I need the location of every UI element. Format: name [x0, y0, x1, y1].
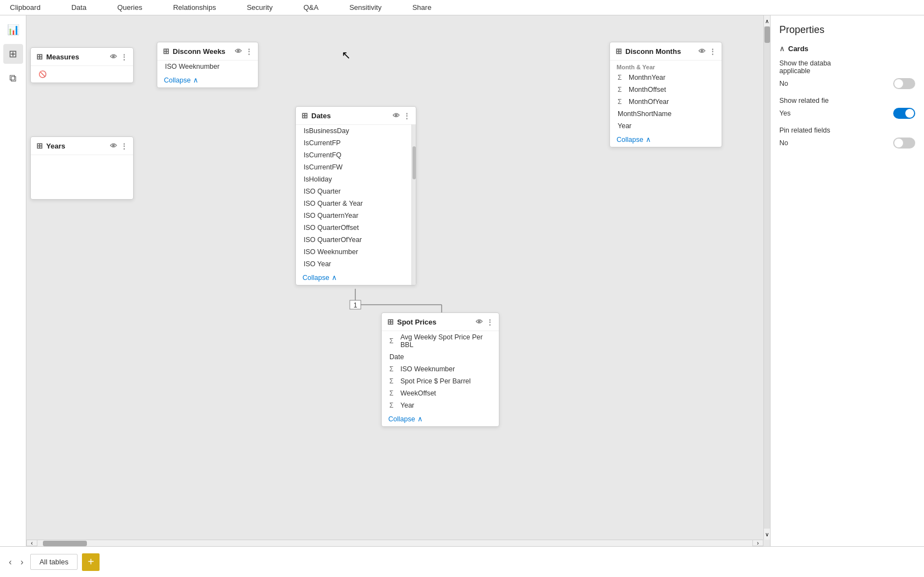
disconn-weeks-header-actions[interactable]: 👁 ⋮ — [235, 47, 252, 56]
spot-prices-eye-icon[interactable]: 👁 — [476, 318, 483, 326]
disconn-months-table-icon: ⊞ — [615, 47, 622, 56]
properties-panel: Properties ∧ Cards Show the databaapplic… — [770, 15, 924, 562]
cards-section-header[interactable]: ∧ Cards — [779, 45, 915, 53]
dates-more-icon[interactable]: ⋮ — [403, 112, 410, 120]
toolbar: Clipboard Data Queries Relationships Sec… — [0, 0, 924, 15]
disconn-weeks-collapse[interactable]: Collapse ∧ — [157, 73, 258, 87]
dates-header: ⊞ Dates 👁 ⋮ — [296, 107, 416, 125]
toolbar-qa[interactable]: Q&A — [299, 0, 323, 15]
dates-field-11: ISO Year — [296, 258, 416, 270]
tab-next-button[interactable]: › — [18, 555, 25, 569]
hscroll-track[interactable] — [37, 540, 761, 546]
spot-prices-field-label-4: WeekOffset — [400, 389, 436, 397]
spot-prices-collapse[interactable]: Collapse ∧ — [382, 411, 499, 426]
hscroll-left-button[interactable]: ‹ — [26, 540, 37, 546]
spot-prices-field-label-1: Date — [389, 353, 404, 361]
pin-related-toggle-track[interactable] — [893, 138, 915, 149]
dates-eye-icon[interactable]: 👁 — [393, 112, 400, 120]
disconn-months-field-2: Σ MonthOfYear — [610, 96, 722, 108]
sidebar-model-icon[interactable]: ⧉ — [3, 68, 23, 88]
show-database-toggle-row: No — [779, 78, 915, 89]
tab-prev-button[interactable]: ‹ — [7, 555, 14, 569]
show-database-toggle[interactable] — [893, 78, 915, 89]
vscroll-track[interactable] — [763, 26, 770, 529]
dates-header-actions[interactable]: 👁 ⋮ — [393, 112, 410, 120]
spot-prices-table-icon: ⊞ — [387, 317, 394, 326]
spot-prices-field-2: Σ ISO Weeknumber — [382, 363, 499, 375]
dates-chevron-up-icon: ∧ — [332, 273, 337, 282]
dates-field-8: ISO QuarterOffset — [296, 222, 416, 234]
toolbar-relationships[interactable]: Relationships — [169, 0, 221, 15]
measures-card-header: ⊞ Measures 👁 ⋮ — [31, 48, 133, 66]
disconn-months-field-1: Σ MonthOffset — [610, 84, 722, 96]
years-more-icon[interactable]: ⋮ — [120, 142, 128, 150]
toolbar-share[interactable]: Share — [408, 0, 436, 15]
show-related-toggle[interactable] — [893, 108, 915, 119]
show-related-toggle-thumb — [905, 109, 914, 118]
dates-collapse[interactable]: Collapse ∧ — [296, 270, 416, 285]
dates-title: Dates — [311, 112, 331, 120]
disconn-weeks-more-icon[interactable]: ⋮ — [245, 47, 252, 56]
spot-prices-more-icon[interactable]: ⋮ — [486, 318, 493, 326]
toolbar-data[interactable]: Data — [67, 0, 91, 15]
disconn-weeks-field-0: ISO Weeknumber — [157, 61, 258, 73]
toolbar-clipboard[interactable]: Clipboard — [6, 0, 45, 15]
spot-prices-field-3: Σ Spot Price $ Per Barrel — [382, 375, 499, 387]
dates-table-icon: ⊞ — [301, 111, 308, 120]
years-card-header: ⊞ Years 👁 ⋮ — [31, 137, 133, 155]
hidden-icon: 🚫 — [38, 70, 47, 78]
pin-related-toggle[interactable] — [893, 138, 915, 149]
measures-more-icon[interactable]: ⋮ — [120, 53, 128, 61]
dates-field-label-11: ISO Year — [304, 260, 331, 268]
disconn-months-eye-icon[interactable]: 👁 — [698, 47, 706, 56]
spot-prices-header-actions[interactable]: 👁 ⋮ — [476, 318, 493, 326]
dates-field-label-6: ISO Quarter & Year — [304, 200, 363, 207]
toolbar-security[interactable]: Security — [243, 0, 277, 15]
years-eye-icon[interactable]: 👁 — [110, 142, 117, 150]
spot-prices-field-0: Σ Avg Weekly Spot Price Per BBL — [382, 331, 499, 351]
dates-field-4: IsHoliday — [296, 173, 416, 185]
disconn-weeks-table-icon: ⊞ — [163, 47, 169, 56]
dates-field-3: IsCurrentFW — [296, 161, 416, 173]
add-tab-button[interactable]: + — [82, 553, 100, 571]
disconn-months-field-label-3: MonthShortName — [618, 110, 672, 118]
dates-card: ⊞ Dates 👁 ⋮ IsBusinessDay IsCurrentFP Is… — [295, 106, 416, 285]
show-related-toggle-track[interactable] — [893, 108, 915, 119]
disconn-months-more-icon[interactable]: ⋮ — [709, 47, 716, 56]
disconn-months-field-label-0: MonthnYear — [629, 74, 666, 81]
show-related-label: Show related fie — [779, 97, 915, 105]
dates-field-7: ISO QuarternYear — [296, 210, 416, 222]
show-database-toggle-track[interactable] — [893, 78, 915, 89]
measures-title: Measures — [46, 53, 79, 61]
years-title: Years — [46, 142, 65, 150]
cards-section-label: Cards — [788, 45, 809, 53]
disconn-weeks-eye-icon[interactable]: 👁 — [235, 47, 242, 56]
disconn-months-collapse[interactable]: Collapse ∧ — [610, 132, 722, 147]
measures-eye-icon[interactable]: 👁 — [110, 53, 117, 61]
spot-prices-card: ⊞ Spot Prices 👁 ⋮ Σ Avg Weekly Spot Pric… — [381, 312, 499, 427]
dates-field-0: IsBusinessDay — [296, 125, 416, 137]
show-database-label: Show the databaapplicable — [779, 59, 915, 75]
measures-header-actions[interactable]: 👁 ⋮ — [110, 53, 128, 61]
toolbar-queries[interactable]: Queries — [113, 0, 147, 15]
disconn-weeks-field-label-0: ISO Weeknumber — [165, 63, 219, 70]
disconn-weeks-card: ⊞ Disconn Weeks 👁 ⋮ ISO Weeknumber Colla… — [157, 42, 258, 88]
cursor: ↖ — [342, 50, 351, 61]
disconn-months-field-0: Σ MonthnYear — [610, 72, 722, 84]
dates-field-label-10: ISO Weeknumber — [304, 248, 358, 256]
sum-icon-0: Σ — [618, 74, 625, 81]
years-header-actions[interactable]: 👁 ⋮ — [110, 142, 128, 150]
disconn-months-header-actions[interactable]: 👁 ⋮ — [698, 47, 716, 56]
sum-icon-sp-3: Σ — [389, 377, 397, 385]
sidebar-bar-chart-icon[interactable]: 📊 — [3, 20, 23, 40]
sum-icon-sp-5: Σ — [389, 402, 397, 409]
tab-all-tables[interactable]: All tables — [30, 554, 78, 570]
dates-field-label-5: ISO Quarter — [304, 188, 340, 195]
sidebar-table-icon[interactable]: ⊞ — [3, 44, 23, 64]
vscroll-down-button[interactable]: ∨ — [763, 529, 770, 540]
show-database-toggle-no-label: No — [779, 80, 793, 87]
toolbar-sensitivity[interactable]: Sensitivity — [345, 0, 386, 15]
hscroll-right-button[interactable]: › — [752, 540, 763, 546]
vscroll-up-button[interactable]: ∧ — [763, 15, 770, 26]
spot-prices-title: Spot Prices — [397, 318, 437, 326]
